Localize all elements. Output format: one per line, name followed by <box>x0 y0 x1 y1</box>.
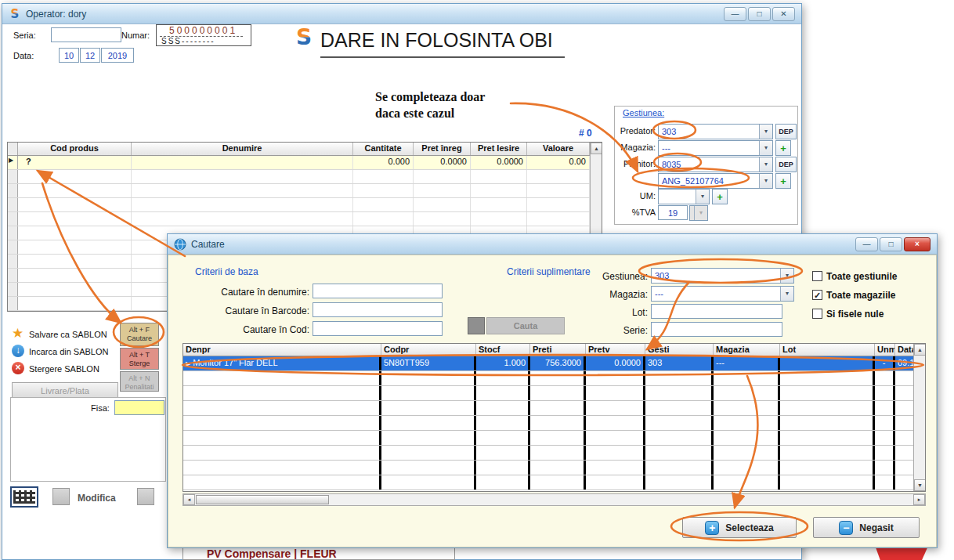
selecteaza-button[interactable]: + Selecteaza <box>682 517 797 538</box>
dropdown-icon[interactable]: ▾ <box>759 141 772 155</box>
table-row[interactable] <box>8 170 590 184</box>
col-stocf[interactable]: Stocf <box>476 344 530 356</box>
data-month-input[interactable] <box>80 48 100 63</box>
predator-combo[interactable]: 303▾ <box>658 124 773 139</box>
dialog-titlebar[interactable]: Cautare — □ × <box>168 234 937 255</box>
tva-combo[interactable]: ▾ <box>689 205 708 221</box>
dropdown-icon[interactable]: ▾ <box>780 269 793 283</box>
um-add-button[interactable]: + <box>712 189 728 204</box>
stergere-sablon-button[interactable]: Stergere SABLON <box>29 364 99 374</box>
toate-gestiunile-label[interactable]: Toate gestiunile <box>826 271 897 282</box>
dialog-close-button[interactable]: × <box>904 237 931 251</box>
angajat-combo[interactable]: ANG_52107764▾ <box>658 173 773 189</box>
toate-magaziile-label[interactable]: Toate magaziile <box>826 290 895 301</box>
fisa-input[interactable] <box>114 400 164 415</box>
dropdown-icon[interactable]: ▾ <box>759 174 772 188</box>
selected-result-row[interactable]: ▶Monitor 17" Flar DELL 5N80TT959 1.000 7… <box>183 356 913 371</box>
sterge-hotkey-button[interactable]: Alt + TSterge <box>120 348 159 370</box>
col-codpr[interactable]: Codpr <box>381 344 476 356</box>
scroll-right-icon[interactable]: ▸ <box>913 494 925 505</box>
table-row[interactable]: ▶ ? 0.000 0.0000 0.0000 0.00 <box>8 156 590 170</box>
table-row[interactable] <box>183 431 913 446</box>
primitor-dep-button[interactable]: DEP <box>775 157 797 172</box>
minimize-button[interactable]: — <box>724 7 746 21</box>
table-row[interactable] <box>8 198 590 212</box>
table-row[interactable] <box>183 475 913 490</box>
data-year-input[interactable] <box>101 48 134 63</box>
maximize-button[interactable]: □ <box>748 7 771 21</box>
dialog-minimize-button[interactable]: — <box>855 237 878 251</box>
table-row[interactable] <box>183 371 913 386</box>
scroll-down-icon[interactable]: ▼ <box>914 479 926 491</box>
col-lot[interactable]: Lot <box>780 344 875 356</box>
col-unma[interactable]: Unma <box>875 344 895 356</box>
table-row[interactable] <box>8 184 590 198</box>
col-pret-iesire[interactable]: Pret Iesire <box>471 143 527 155</box>
cauta-button-icon[interactable] <box>468 317 485 334</box>
si-fisele-nule-label[interactable]: Si fisele nule <box>826 309 884 320</box>
col-pretv[interactable]: Pretv <box>586 344 645 356</box>
scroll-up-icon[interactable]: ▲ <box>591 143 602 154</box>
table-row[interactable] <box>183 401 913 416</box>
incarca-sablon-button[interactable]: Incarca din SABLON <box>29 347 109 356</box>
table-row[interactable] <box>183 461 913 475</box>
dialog-gestiunea-combo[interactable]: 303▾ <box>651 268 794 284</box>
col-pret-inreg[interactable]: Pret înreg <box>414 143 471 155</box>
cautare-cod-input[interactable] <box>313 321 443 336</box>
table-row[interactable] <box>183 446 913 461</box>
dialog-magazia-combo[interactable]: ---▾ <box>651 286 794 302</box>
col-cantitate[interactable]: Cantitate <box>353 143 414 155</box>
salvare-sablon-button[interactable]: Salvare ca SABLON <box>29 330 107 339</box>
dialog-maximize-button[interactable]: □ <box>880 237 902 251</box>
dropdown-icon[interactable]: ▾ <box>759 125 772 139</box>
table-row[interactable] <box>8 212 590 226</box>
penalitati-hotkey-button[interactable]: Alt + NPenalitati <box>120 371 159 392</box>
results-grid[interactable]: Denpr Codpr Stocf Preti Pretv Gesti Maga… <box>182 343 926 492</box>
col-valoare[interactable]: Valoare <box>527 143 590 155</box>
cautare-hotkey-button[interactable]: Alt + FCautare <box>120 323 159 346</box>
negasit-button[interactable]: − Negasit <box>813 517 920 538</box>
col-cod-produs[interactable]: Cod produs <box>18 143 132 155</box>
cauta-button[interactable]: Cauta <box>486 317 565 334</box>
dropdown-icon[interactable]: ▾ <box>696 190 709 204</box>
results-hscrollbar[interactable]: ◂ ▸ <box>182 493 926 506</box>
primitor-combo[interactable]: 8035▾ <box>658 157 773 172</box>
scroll-up-icon[interactable]: ▲ <box>914 344 926 356</box>
cautare-denumire-input[interactable] <box>313 284 443 298</box>
col-gesti[interactable]: Gesti <box>645 344 714 356</box>
dropdown-icon[interactable]: ▾ <box>759 157 772 172</box>
close-button[interactable]: ✕ <box>772 7 795 21</box>
um-combo[interactable]: ▾ <box>658 189 710 204</box>
col-magazia[interactable]: Magazia <box>714 344 780 356</box>
col-denpr[interactable]: Denpr <box>183 344 381 356</box>
angajat-add-button[interactable]: + <box>775 173 791 189</box>
predator-dep-button[interactable]: DEP <box>775 124 797 139</box>
cautare-barcode-input[interactable] <box>313 302 443 317</box>
scroll-left-icon[interactable]: ◂ <box>183 494 195 505</box>
lot-input[interactable] <box>651 304 782 319</box>
numar-box[interactable]: 500000001 SSS-------- <box>156 24 251 46</box>
dropdown-icon[interactable]: ▾ <box>780 287 793 301</box>
criterii-baza-link[interactable]: Criterii de baza <box>195 266 258 277</box>
data-day-input[interactable] <box>59 48 79 63</box>
main-titlebar[interactable]: SS Operator: dory — □ ✕ <box>2 4 801 24</box>
numar-value: 500000001 <box>160 25 243 37</box>
toate-gestiunile-checkbox[interactable] <box>812 271 822 281</box>
magazia-combo[interactable]: ---▾ <box>658 140 773 156</box>
tva-input[interactable] <box>658 205 688 220</box>
right-tool-button[interactable] <box>137 488 154 505</box>
table-row[interactable] <box>183 386 913 401</box>
seria-input[interactable] <box>51 27 121 42</box>
si-fisele-nule-checkbox[interactable] <box>812 309 822 319</box>
keyboard-button[interactable] <box>10 486 38 508</box>
magazia-add-button[interactable]: + <box>775 140 791 156</box>
table-row[interactable] <box>183 416 913 431</box>
col-preti[interactable]: Preti <box>530 344 586 356</box>
criterii-suplimentare-link[interactable]: Criterii suplimentare <box>507 266 591 277</box>
serie-input[interactable] <box>651 322 782 337</box>
results-grid-scrollbar[interactable]: ▲ ▼ <box>913 344 925 491</box>
left-tool-button[interactable] <box>52 488 70 505</box>
hscroll-thumb[interactable] <box>196 495 329 504</box>
toate-magaziile-checkbox[interactable]: ✓ <box>812 290 822 300</box>
col-denumire[interactable]: Denumire <box>132 143 353 155</box>
